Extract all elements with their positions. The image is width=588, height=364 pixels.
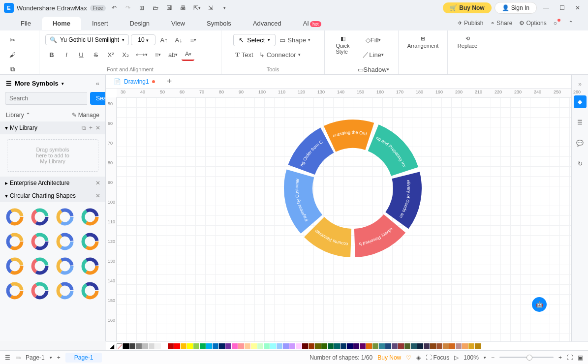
help-fab-icon[interactable]: 🤖 [532,297,547,312]
fit-page-icon[interactable]: ⛶ [567,354,573,361]
save-icon[interactable]: 🖫 [164,2,175,13]
open-icon[interactable]: 🗁 [150,2,161,13]
menu-home[interactable]: Home [42,17,81,30]
export-icon[interactable]: ⇱▾ [191,2,202,13]
maximize-icon[interactable]: ☐ [556,1,568,14]
redo-icon[interactable]: ↷ [123,2,133,13]
color-swatch[interactable] [392,343,398,349]
doc-tab[interactable]: 📄 Drawing1 [109,76,160,87]
zoom-slider[interactable] [499,357,554,358]
collapse-panel-icon[interactable]: « [96,80,99,87]
buy-now-button[interactable]: 🛒 Buy Now [443,2,491,13]
cut-icon[interactable]: ✂ [6,33,19,46]
color-swatch[interactable] [136,343,142,349]
font-selector[interactable]: 🔍 Yu Gothic UI Semilight ▾ [45,34,129,45]
decrease-font-icon[interactable]: A↓ [172,33,185,46]
shape-thumb[interactable] [55,256,75,276]
color-swatch[interactable] [302,343,308,349]
collapse-ribbon-icon[interactable]: ⌃ [568,20,573,27]
close-icon[interactable]: ✕ [571,1,584,14]
color-swatch[interactable] [360,343,366,349]
comments-pane-icon[interactable]: 💬 [574,137,587,150]
color-swatch[interactable] [328,343,334,349]
library-link[interactable]: Library ⌃ [6,112,31,119]
font-color-icon[interactable]: A▾ [182,48,194,61]
color-swatch[interactable] [213,343,218,349]
bold-button[interactable]: B [45,48,58,61]
color-swatch[interactable] [219,343,225,349]
collapse-rail-icon[interactable]: » [578,81,582,88]
color-swatch[interactable] [475,343,481,349]
circular-section[interactable]: ▾ Circular Charting Shapes ✕ [0,189,105,202]
highlight-icon[interactable]: ab▾ [166,48,180,61]
shape-thumb[interactable] [30,256,50,276]
shape-thumb[interactable] [55,232,75,251]
color-swatch[interactable] [155,343,161,349]
no-fill-swatch[interactable] [117,343,123,349]
sign-in-button[interactable]: 👤 Sign In [495,2,537,14]
color-swatch[interactable] [296,343,302,349]
color-swatch[interactable] [347,343,353,349]
close-lib-icon[interactable]: ✕ [95,124,100,131]
shape-thumb[interactable] [5,281,25,301]
color-swatch[interactable] [251,343,257,349]
shape-thumb[interactable] [30,232,50,251]
color-swatch[interactable] [468,343,474,349]
format-painter-icon[interactable]: 🖌 [6,48,19,61]
minimize-icon[interactable]: — [540,1,553,14]
color-swatch[interactable] [404,343,410,349]
shape-thumb[interactable] [80,207,100,227]
strikethrough-button[interactable]: S̶ [90,48,102,61]
close-section-icon[interactable]: ✕ [95,180,100,186]
new-icon[interactable]: ⊞ [136,2,147,13]
shape-thumb[interactable] [55,207,75,227]
color-swatch[interactable] [424,343,430,349]
page-list-icon[interactable]: ☰ [5,354,10,361]
add-tab-button[interactable]: + [164,76,175,87]
color-swatch[interactable] [398,343,404,349]
color-swatch[interactable] [449,343,455,349]
subscript-button[interactable]: X₂ [119,48,132,61]
menu-insert[interactable]: Insert [81,17,119,30]
color-swatch[interactable] [161,343,167,349]
add-page-icon[interactable]: + [57,354,61,361]
color-swatch[interactable] [372,343,378,349]
outline-pane-icon[interactable]: ☰ [574,116,587,129]
color-swatch[interactable] [366,343,372,349]
history-pane-icon[interactable]: ↻ [574,157,587,170]
shape-thumb[interactable] [55,281,75,301]
publish-button[interactable]: ✈ Publish [458,20,483,27]
shape-thumb[interactable] [5,256,25,276]
shape-thumb[interactable] [5,207,25,227]
heart-icon[interactable]: ♡ [406,354,411,361]
color-swatch[interactable] [187,343,193,349]
dropper-icon[interactable]: ◢ [108,343,116,350]
buy-link[interactable]: Buy Now [377,354,401,361]
color-swatch[interactable] [417,343,423,349]
color-swatch[interactable] [181,343,186,349]
increase-font-icon[interactable]: A↑ [157,33,170,46]
canvas[interactable]: Processing the OrderBilling and Preparin… [117,97,571,341]
color-swatch[interactable] [225,343,231,349]
focus-button[interactable]: ⛶ Focus [426,354,449,361]
color-swatch[interactable] [289,343,295,349]
color-swatch[interactable] [193,343,199,349]
arrangement-button[interactable]: ⊞Arrangement [403,33,443,51]
enterprise-section[interactable]: ▸ Enterprise Architecture ✕ [0,177,105,189]
page-dropdown-icon[interactable]: ▾ [50,355,52,360]
color-swatch[interactable] [206,343,212,349]
menu-advanced[interactable]: Advanced [242,17,292,30]
color-swatch[interactable] [309,343,314,349]
color-swatch[interactable] [174,343,180,349]
color-swatch[interactable] [334,343,340,349]
menu-ai[interactable]: AIhot [292,17,332,30]
manage-link[interactable]: ✎ Manage [72,112,99,119]
color-swatch[interactable] [443,343,449,349]
menu-symbols[interactable]: Symbols [196,17,242,30]
import-icon[interactable]: ⇲ [205,2,216,13]
color-swatch[interactable] [436,343,442,349]
fit-width-icon[interactable]: ▣ [578,354,583,361]
donut-chart[interactable]: Processing the OrderBilling and Preparin… [279,115,427,262]
color-swatch[interactable] [379,343,385,349]
italic-button[interactable]: I [60,48,73,61]
